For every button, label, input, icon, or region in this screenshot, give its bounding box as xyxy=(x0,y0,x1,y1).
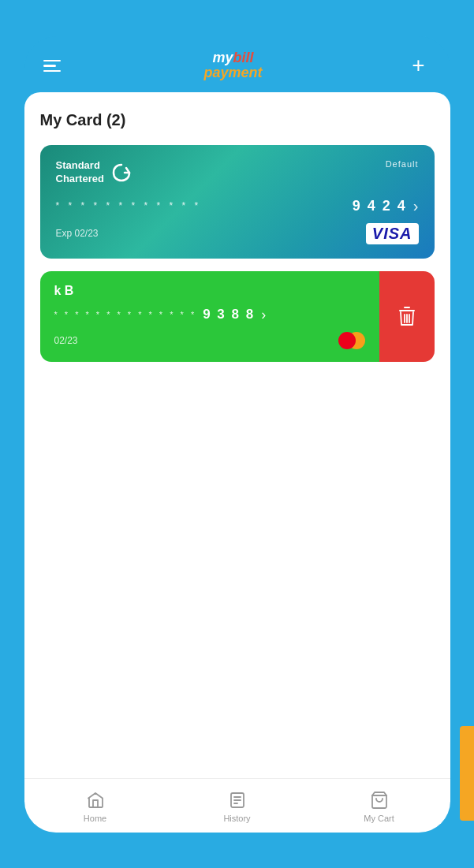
history-icon xyxy=(227,790,248,810)
card-main: k B * * * * * * * * * * * * * * 9 3 8 8 … xyxy=(40,271,379,362)
home-icon xyxy=(85,790,106,810)
nav-label-cart: My Cart xyxy=(364,814,394,823)
mc-red-circle xyxy=(338,332,356,349)
card-footer: Exp 02/23 VISA xyxy=(56,223,419,244)
nav-item-cart[interactable]: My Cart xyxy=(308,787,450,826)
trash-icon xyxy=(397,306,416,326)
card-item[interactable]: StandardChartered Default * * * * * * * … xyxy=(40,145,435,259)
add-card-button[interactable]: + xyxy=(406,53,431,78)
bank-name-text: k B xyxy=(54,284,365,298)
logo-my: my xyxy=(212,50,233,65)
app-logo: mybill payment xyxy=(203,50,262,82)
card-last4: 9 4 2 4 xyxy=(353,198,407,214)
card-expiry: 02/23 xyxy=(54,335,78,346)
svg-rect-1 xyxy=(404,307,410,308)
logo-payment: payment xyxy=(203,65,262,80)
mastercard-logo xyxy=(338,332,365,349)
cards-list: StandardChartered Default * * * * * * * … xyxy=(40,145,435,362)
header: mybill payment + xyxy=(24,36,450,93)
card-footer: 02/23 xyxy=(54,332,365,349)
card-number-row: * * * * * * * * * * * * * * 9 3 8 8 › xyxy=(54,307,365,323)
nav-item-history[interactable]: History xyxy=(166,787,308,826)
card-detail-arrow[interactable]: › xyxy=(261,307,266,323)
card-mask-dots: * * * * * * * * * * * * xyxy=(56,200,202,211)
phone-container: mybill payment + My Card (2) StandardCha… xyxy=(24,36,450,833)
nav-label-history: History xyxy=(223,814,250,823)
card-item[interactable]: k B * * * * * * * * * * * * * * 9 3 8 8 … xyxy=(40,271,435,362)
main-content: My Card (2) StandardChartered xyxy=(24,92,450,777)
card-detail-arrow[interactable]: › xyxy=(413,197,419,215)
visa-logo: VISA xyxy=(366,223,419,244)
default-badge: Default xyxy=(386,159,419,169)
card-header: StandardChartered Default xyxy=(56,159,419,186)
menu-button[interactable] xyxy=(43,60,61,73)
page-title: My Card (2) xyxy=(40,111,435,129)
cart-icon xyxy=(369,790,390,810)
nav-item-home[interactable]: Home xyxy=(24,787,166,826)
bottom-nav: Home History My Cart xyxy=(24,778,450,833)
bank-logo-icon xyxy=(110,162,132,184)
card-last4: 9 3 8 8 xyxy=(203,307,255,322)
nav-label-home: Home xyxy=(84,814,106,823)
card-mask-dots: * * * * * * * * * * * * * * xyxy=(54,310,197,319)
bg-accent-stripe xyxy=(460,726,474,821)
card-number-row: * * * * * * * * * * * * 9 4 2 4 › xyxy=(56,197,419,215)
card-expiry: Exp 02/23 xyxy=(56,228,99,239)
svg-rect-0 xyxy=(399,310,415,311)
bank-name-text: StandardChartered xyxy=(56,159,104,186)
bank-name: StandardChartered xyxy=(56,159,132,186)
logo-bill: bill xyxy=(233,50,254,65)
delete-card-button[interactable] xyxy=(379,271,435,362)
